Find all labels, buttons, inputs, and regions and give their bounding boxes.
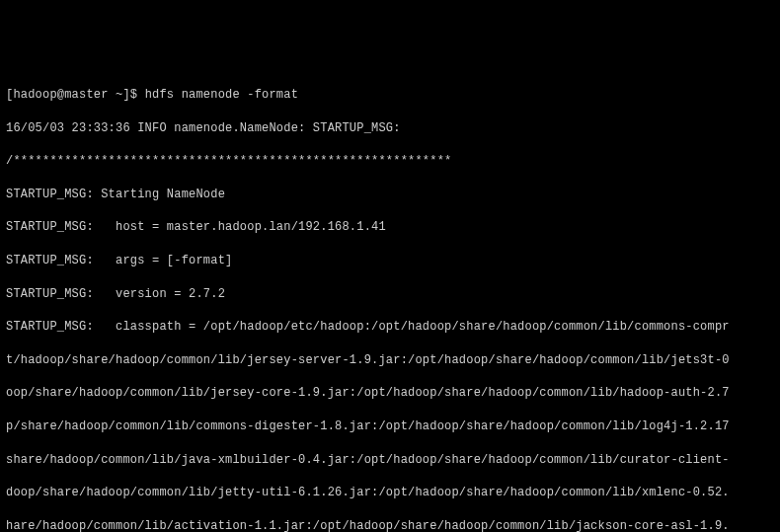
output-line: STARTUP_MSG: host = master.hadoop.lan/19…: [6, 219, 774, 236]
output-line: t/hadoop/share/hadoop/common/lib/jersey-…: [6, 352, 774, 369]
shell-prompt: [hadoop@master ~]$: [6, 87, 145, 104]
terminal-output: [hadoop@master ~]$ hdfs namenode -format…: [6, 70, 774, 532]
output-line: /***************************************…: [6, 153, 774, 170]
output-line: 16/05/03 23:33:36 INFO namenode.NameNode…: [6, 120, 774, 137]
output-line: STARTUP_MSG: Starting NameNode: [6, 187, 774, 203]
output-line: oop/share/hadoop/common/lib/jersey-core-…: [6, 385, 774, 402]
output-line: STARTUP_MSG: version = 2.7.2: [6, 286, 774, 303]
output-line: STARTUP_MSG: args = [-format]: [6, 253, 774, 269]
output-line: share/hadoop/common/lib/java-xmlbuilder-…: [6, 452, 774, 469]
output-line: p/share/hadoop/common/lib/commons-digest…: [6, 418, 774, 435]
command-input[interactable]: hdfs namenode -format: [145, 87, 298, 104]
output-line: STARTUP_MSG: classpath = /opt/hadoop/etc…: [6, 319, 774, 336]
output-line: doop/share/hadoop/common/lib/jetty-util-…: [6, 485, 774, 501]
output-line: hare/hadoop/common/lib/activation-1.1.ja…: [6, 518, 774, 532]
